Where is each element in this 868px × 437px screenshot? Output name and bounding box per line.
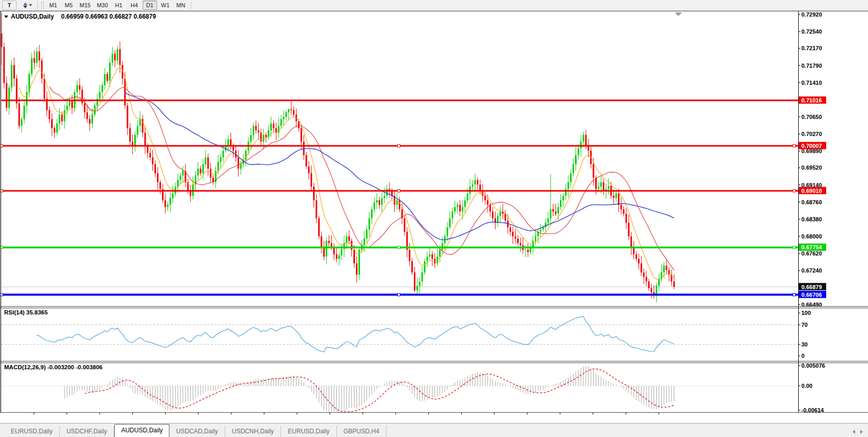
- hline-price-label: 0.67754: [801, 244, 823, 250]
- axis-tick-label: 0.71410: [801, 80, 822, 86]
- timeframe-button-M15[interactable]: M15: [77, 1, 93, 10]
- axis-tick-label: 0.70270: [801, 131, 822, 137]
- chart-canvas[interactable]: 0.729200.725400.721700.717900.714100.706…: [0, 10, 868, 415]
- hline-price-label: 0.69010: [801, 188, 822, 194]
- chart-shift-marker[interactable]: [675, 12, 682, 16]
- top-toolbar: T M1M5M15M30H1H4D1W1MN: [0, 0, 868, 11]
- axis-tick-label: 0.68000: [801, 233, 822, 239]
- hline-price-label: 0.66706: [801, 292, 822, 298]
- timeframe-button-MN[interactable]: MN: [174, 1, 188, 10]
- axis-tick-label: 0.67620: [801, 250, 822, 257]
- timeframe-button-M5[interactable]: M5: [61, 1, 76, 10]
- line-handle[interactable]: [793, 189, 796, 192]
- axis-tick-label: 0: [801, 353, 804, 359]
- toolbar-separator: [37, 2, 38, 9]
- timeframe-button-M30[interactable]: M30: [94, 1, 110, 10]
- axis-tick-label: 100: [801, 310, 811, 316]
- text-tool-label: T: [8, 2, 11, 8]
- axis-tick-label: 0.72920: [801, 11, 822, 18]
- text-tool-button[interactable]: T: [2, 1, 17, 10]
- axis-tick-label: 0.67240: [801, 267, 822, 274]
- line-handle[interactable]: [1, 144, 3, 147]
- rsi-line: [37, 317, 674, 352]
- time-axis-ticks: [34, 413, 659, 415]
- tab-scroll-right-icon[interactable]: [860, 430, 863, 434]
- arrows-tool-icon: [23, 3, 27, 8]
- macd-indicator-label: MACD(12,26,9) -0.003200 -0.003806: [4, 364, 103, 370]
- tab-AUDUSD-Daily[interactable]: AUDUSD,Daily: [114, 424, 169, 437]
- rsi-indicator-label: RSI(14) 35.8365: [4, 309, 48, 315]
- axis-tick-label: 0.70650: [801, 114, 822, 120]
- line-handle[interactable]: [793, 246, 796, 249]
- chart-title: AUDUSD,Daily0.66959 0.66963 0.66827 0.66…: [4, 13, 156, 20]
- timeframe-button-D1[interactable]: D1: [143, 1, 157, 10]
- line-handle[interactable]: [793, 293, 796, 296]
- tab-EURUSD-Daily[interactable]: EURUSD,Daily: [281, 426, 337, 437]
- chevron-down-icon: [29, 4, 32, 6]
- chart-collapse-icon[interactable]: [4, 16, 8, 18]
- macd-signal-line: [85, 369, 674, 412]
- timeframe-button-group: M1M5M15M30H1H4D1W1MN: [45, 1, 189, 10]
- axis-tick-label: 70: [801, 322, 808, 328]
- axis-tick-label: 30: [801, 341, 808, 348]
- timeframe-button-H4[interactable]: H4: [127, 1, 142, 10]
- timeframe-button-H1[interactable]: H1: [112, 1, 126, 10]
- chart-symbol: AUDUSD,Daily: [11, 13, 54, 20]
- chart-quote-ohlc: 0.66959 0.66963 0.66827 0.66879: [61, 13, 156, 20]
- axis-tick-label: 0.66490: [801, 302, 822, 308]
- axis-tick-label: 0.69520: [801, 164, 822, 171]
- line-handle[interactable]: [398, 293, 400, 296]
- axis-tick-label: 0.72170: [801, 45, 822, 51]
- line-handle[interactable]: [398, 144, 400, 147]
- tab-USDCNH-Daily[interactable]: USDCNH,Daily: [225, 426, 281, 437]
- timeframe-button-W1[interactable]: W1: [158, 1, 173, 10]
- axis-tick-label: 0.68380: [801, 216, 822, 222]
- line-handle[interactable]: [1, 293, 3, 296]
- timeframe-button-M1[interactable]: M1: [46, 1, 60, 10]
- chart-frame: [0, 11, 868, 413]
- toolbar-grip[interactable]: [41, 2, 44, 9]
- macd-panel: [1, 366, 798, 412]
- bid-price-label: 0.66879: [801, 284, 822, 290]
- rsi-panel: [1, 317, 798, 352]
- tab-GBPUSD-H4[interactable]: GBPUSD,H4: [337, 426, 386, 437]
- main-price-panel: [1, 12, 799, 302]
- chart-window: 0.729200.725400.721700.717900.714100.706…: [0, 10, 868, 415]
- candlesticks: [1, 13, 675, 302]
- axis-tick-label: -0.00614: [801, 407, 824, 413]
- tab-scroll-controls: [853, 430, 868, 437]
- axis-tick-label: 0.71790: [801, 63, 822, 69]
- hline-price-label: 0.71016: [801, 97, 822, 103]
- line-handle[interactable]: [1, 246, 3, 249]
- tab-EURUSD-Daily[interactable]: EURUSD,Daily: [4, 426, 60, 437]
- chart-tab-bar: EURUSD,DailyUSDCHF,DailyAUDUSD,DailyUSDC…: [0, 423, 868, 437]
- line-handle[interactable]: [793, 144, 796, 147]
- tab-scroll-left-icon[interactable]: [853, 430, 855, 434]
- tab-USDCHF-Daily[interactable]: USDCHF,Daily: [60, 426, 115, 437]
- tabs-container: EURUSD,DailyUSDCHF,DailyAUDUSD,DailyUSDC…: [4, 423, 386, 437]
- hline-price-label: 0.70007: [801, 143, 822, 149]
- axis-tick-label: 0.00: [801, 383, 812, 389]
- tab-USDCAD-Daily[interactable]: USDCAD,Daily: [169, 426, 225, 437]
- line-handle[interactable]: [1, 189, 3, 192]
- line-handle[interactable]: [398, 246, 400, 249]
- line-handle[interactable]: [398, 189, 400, 192]
- arrows-tool-button[interactable]: [18, 1, 35, 10]
- price-axis[interactable]: 0.729200.725400.721700.717900.714100.706…: [798, 11, 826, 413]
- axis-tick-label: 0.005076: [801, 363, 825, 369]
- toolbar-separator: [191, 2, 191, 9]
- axis-tick-label: 0.68760: [801, 199, 822, 205]
- axis-tick-label: 0.72540: [801, 28, 822, 35]
